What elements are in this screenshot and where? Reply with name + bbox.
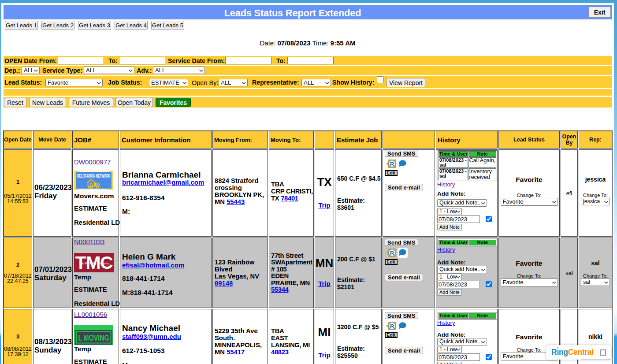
svg-text:R: R [390, 161, 394, 167]
svg-text:R: R [390, 250, 394, 256]
svg-text:L MOVING: L MOVING [78, 333, 109, 342]
svg-text:R: R [390, 323, 394, 330]
svg-text:RELOCATION NETWORK: RELOCATION NETWORK [77, 173, 110, 178]
